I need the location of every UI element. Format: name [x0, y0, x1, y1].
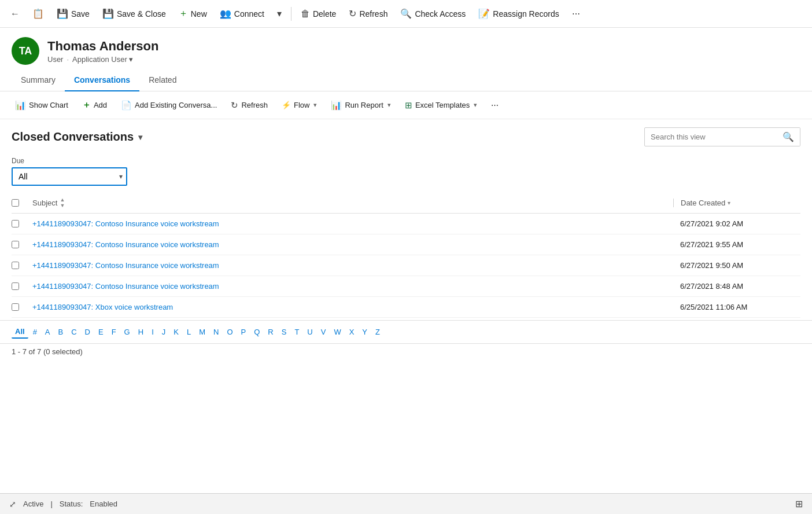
add-button[interactable]: ＋ Add — [76, 96, 113, 114]
alpha-item-a[interactable]: A — [42, 326, 54, 338]
alpha-item-m[interactable]: M — [195, 326, 209, 338]
alpha-item-all[interactable]: All — [12, 325, 28, 339]
col-header-subject[interactable]: Subject ▲ ▼ — [32, 197, 673, 208]
row-subject-3[interactable]: +1441189093047: Contoso Insurance voice … — [32, 282, 673, 291]
new-button[interactable]: ＋ New — [173, 4, 213, 23]
alpha-item-b[interactable]: B — [55, 326, 67, 338]
reassign-button[interactable]: 📝 Reassign Records — [473, 5, 564, 23]
row-date-0: 6/27/2021 9:02 AM — [673, 219, 800, 228]
row-checkbox-cell-1 — [12, 241, 32, 248]
tab-summary[interactable]: Summary — [12, 69, 65, 91]
alpha-item-g[interactable]: G — [121, 326, 134, 338]
row-subject-1[interactable]: +1441189093047: Contoso Insurance voice … — [32, 240, 673, 249]
alpha-item-p[interactable]: P — [238, 326, 250, 338]
connect-button[interactable]: 👥 Connect — [214, 5, 270, 23]
tabs: Summary Conversations Related — [0, 69, 812, 91]
table-row: +1441189093047: Contoso Insurance voice … — [12, 276, 800, 297]
alpha-item-w[interactable]: W — [330, 326, 344, 338]
alpha-item-q[interactable]: Q — [250, 326, 263, 338]
more-button[interactable]: ⋯ — [566, 6, 586, 22]
add-icon: ＋ — [82, 100, 91, 111]
form-icon-button[interactable]: 📋 — [27, 5, 50, 23]
alpha-item-u[interactable]: U — [304, 326, 316, 338]
run-report-button[interactable]: 📊 Run Report ▾ — [325, 97, 396, 114]
row-date-4: 6/25/2021 11:06 AM — [673, 303, 800, 311]
refresh-button[interactable]: ↻ Refresh — [343, 5, 393, 23]
delete-icon: 🗑 — [301, 9, 310, 19]
row-subject-0[interactable]: +1441189093047: Contoso Insurance voice … — [32, 219, 673, 228]
row-checkbox-1[interactable] — [12, 241, 19, 248]
add-existing-button[interactable]: 📄 Add Existing Conversa... — [115, 97, 223, 114]
add-existing-icon: 📄 — [121, 100, 132, 111]
select-all-checkbox[interactable] — [12, 199, 19, 207]
connect-dropdown-button[interactable]: ▾ — [271, 5, 287, 23]
view-title: Closed Conversations ▾ — [12, 130, 142, 144]
pagination-info: 1 - 7 of 7 (0 selected) — [0, 343, 812, 359]
excel-templates-button[interactable]: ⊞ Excel Templates ▾ — [399, 97, 483, 114]
alpha-item-n[interactable]: N — [210, 326, 222, 338]
view-title-chevron-icon[interactable]: ▾ — [138, 133, 142, 142]
new-icon: ＋ — [179, 8, 188, 20]
check-access-button[interactable]: 🔍 Check Access — [394, 5, 471, 23]
row-checkbox-2[interactable] — [12, 262, 19, 269]
alpha-item-l[interactable]: L — [183, 326, 194, 338]
reassign-icon: 📝 — [478, 8, 490, 19]
col-header-date[interactable]: Date Created ▾ — [673, 199, 800, 207]
delete-button[interactable]: 🗑 Delete — [295, 5, 342, 23]
alpha-item-k[interactable]: K — [170, 326, 182, 338]
save-button[interactable]: 💾 Save — [51, 5, 95, 23]
alpha-item-e[interactable]: E — [95, 326, 107, 338]
record-name: Thomas Anderson — [47, 39, 158, 54]
alpha-item-s[interactable]: S — [278, 326, 290, 338]
alpha-item-o[interactable]: O — [223, 326, 236, 338]
header-checkbox-cell — [12, 199, 32, 207]
alpha-item-z[interactable]: Z — [372, 326, 383, 338]
back-icon: ← — [10, 9, 20, 19]
alpha-item-h[interactable]: H — [135, 326, 147, 338]
sub-toolbar: 📊 Show Chart ＋ Add 📄 Add Existing Conver… — [0, 91, 812, 119]
row-subject-4[interactable]: +1441189093047: Xbox voice workstream — [32, 303, 673, 311]
alpha-item-f[interactable]: F — [108, 326, 120, 338]
table-row: +1441189093047: Contoso Insurance voice … — [12, 255, 800, 276]
flow-button[interactable]: ⚡ Flow ▾ — [276, 97, 323, 113]
alpha-item-x[interactable]: X — [346, 326, 358, 338]
alpha-item-c[interactable]: C — [68, 326, 80, 338]
table-rows: +1441189093047: Contoso Insurance voice … — [12, 214, 800, 318]
due-filter-select[interactable]: All Today This Week This Month — [12, 167, 127, 186]
view-header: Closed Conversations ▾ 🔍 — [0, 119, 812, 152]
search-icon: 🔍 — [783, 132, 794, 142]
sub-more-button[interactable]: ⋯ — [485, 97, 504, 113]
row-checkbox-3[interactable] — [12, 282, 19, 290]
search-input[interactable] — [645, 129, 777, 145]
alpha-item-i[interactable]: I — [148, 326, 157, 338]
alpha-item-d[interactable]: D — [82, 326, 94, 338]
alpha-item-y[interactable]: Y — [359, 326, 371, 338]
sort-up-icon: ▲ — [60, 197, 65, 203]
tab-conversations[interactable]: Conversations — [65, 69, 139, 91]
excel-icon: ⊞ — [405, 100, 412, 111]
back-button[interactable]: ← — [5, 5, 25, 23]
alpha-item-r[interactable]: R — [264, 326, 276, 338]
filter-select-wrapper: All Today This Week This Month ▾ — [12, 167, 127, 186]
sub-refresh-icon: ↻ — [231, 100, 238, 111]
excel-chevron-icon: ▾ — [474, 101, 477, 109]
search-button[interactable]: 🔍 — [777, 128, 800, 146]
sub-refresh-button[interactable]: ↻ Refresh — [225, 97, 274, 114]
run-report-icon: 📊 — [331, 100, 342, 111]
row-subject-2[interactable]: +1441189093047: Contoso Insurance voice … — [32, 261, 673, 270]
alpha-item-j[interactable]: J — [158, 326, 169, 338]
table-area: Subject ▲ ▼ Date Created ▾ +144118909304… — [0, 193, 812, 318]
save-close-button[interactable]: 💾 Save & Close — [97, 5, 172, 23]
row-checkbox-0[interactable] — [12, 220, 19, 227]
show-chart-button[interactable]: 📊 Show Chart — [9, 97, 74, 114]
tab-related[interactable]: Related — [139, 69, 186, 91]
connect-icon: 👥 — [220, 8, 231, 19]
alpha-item-t[interactable]: T — [291, 326, 302, 338]
alpha-item-#[interactable]: # — [29, 326, 40, 338]
row-checkbox-4[interactable] — [12, 303, 19, 311]
filter-label: Due — [12, 157, 800, 165]
filter-area: Due All Today This Week This Month ▾ — [0, 152, 812, 193]
record-header: TA Thomas Anderson User · Application Us… — [0, 28, 812, 69]
alpha-item-v[interactable]: V — [318, 326, 330, 338]
record-subtype-dropdown[interactable]: Application User ▾ — [72, 55, 133, 64]
